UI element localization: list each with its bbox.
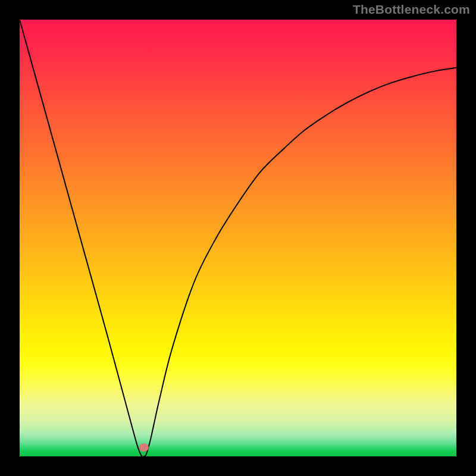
plot-area — [20, 20, 456, 456]
bottleneck-curve — [20, 20, 456, 456]
watermark-text: TheBottleneck.com — [353, 2, 470, 17]
chart-container: TheBottleneck.com — [0, 0, 476, 476]
minimum-marker — [139, 443, 149, 452]
